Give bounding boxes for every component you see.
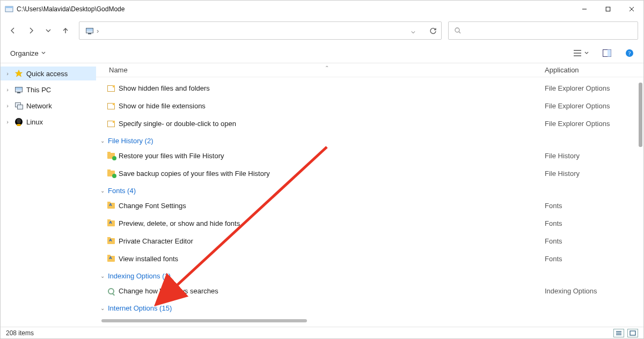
item-application: Indexing Options: [545, 287, 631, 295]
column-application-label: Application: [545, 66, 579, 74]
horizontal-scrollbar-thumb[interactable]: [101, 319, 307, 322]
network-icon: [14, 101, 23, 110]
group-header[interactable]: ⌄Internet Options (15): [97, 300, 643, 314]
sidebar-item-this-pc[interactable]: › This PC: [1, 83, 96, 97]
list-item[interactable]: Show hidden files and foldersFile Explor…: [96, 79, 643, 97]
list-item[interactable]: Restore your files with File HistoryFile…: [96, 147, 643, 165]
sidebar-item-network[interactable]: › Network: [1, 99, 96, 113]
item-icon: A: [107, 237, 115, 246]
search-box[interactable]: [448, 21, 638, 40]
item-application: Fonts: [545, 219, 631, 227]
sidebar-item-label: Network: [26, 102, 52, 110]
svg-text:?: ?: [628, 50, 631, 56]
file-list[interactable]: Show hidden files and foldersFile Explor…: [96, 77, 643, 327]
file-list-pane: Name ⌃ Application Show hidden files and…: [96, 63, 643, 327]
details-view-toggle[interactable]: [613, 329, 624, 337]
item-icon: A: [107, 255, 115, 263]
svg-line-7: [459, 32, 460, 33]
item-icon: A: [107, 202, 115, 210]
item-icon: [107, 152, 115, 160]
item-application: File Explorer Options: [545, 120, 631, 128]
chevron-right-icon[interactable]: ›: [4, 86, 11, 93]
svg-marker-15: [16, 70, 23, 77]
minimize-button[interactable]: [573, 1, 596, 17]
view-layout-menu[interactable]: [570, 47, 592, 59]
sort-indicator-icon: ⌃: [325, 65, 329, 71]
item-name: View installed fonts: [119, 255, 545, 263]
preview-pane-icon: [603, 49, 611, 57]
recent-locations-button[interactable]: [46, 28, 51, 33]
item-icon: [107, 287, 115, 296]
column-header-name[interactable]: Name ⌃: [109, 66, 545, 74]
refresh-button[interactable]: [429, 27, 437, 34]
organize-label: Organize: [10, 49, 39, 57]
group-label: Indexing Options (1): [108, 272, 171, 280]
horizontal-scrollbar[interactable]: [101, 318, 568, 323]
vertical-scrollbar-thumb[interactable]: [639, 83, 642, 147]
svg-rect-1: [5, 6, 13, 8]
list-item[interactable]: Change how Windows searchesIndexing Opti…: [96, 282, 643, 300]
address-dropdown-button[interactable]: ⌵: [411, 27, 415, 35]
svg-point-6: [455, 28, 459, 32]
chevron-right-icon[interactable]: ›: [4, 119, 11, 125]
list-item[interactable]: APrivate Character EditorFonts: [96, 232, 643, 250]
address-bar[interactable]: › ⌵: [79, 21, 442, 40]
search-input[interactable]: [465, 26, 632, 35]
chevron-right-icon[interactable]: ›: [4, 70, 11, 77]
up-button[interactable]: [62, 27, 69, 34]
file-explorer-window: C:\Users\Malavida\Desktop\GodMode › ⌵: [0, 0, 644, 339]
column-header-application[interactable]: Application: [545, 66, 631, 74]
list-item[interactable]: Save backup copies of your files with Fi…: [96, 165, 643, 182]
close-button[interactable]: [620, 1, 643, 17]
back-button[interactable]: [9, 27, 17, 34]
group-header[interactable]: ⌄Indexing Options (1): [97, 268, 643, 282]
this-pc-icon: [14, 85, 23, 94]
chevron-down-icon: ⌄: [100, 138, 105, 144]
item-application: File Explorer Options: [545, 84, 631, 92]
item-application: Fonts: [545, 202, 631, 210]
chevron-right-icon[interactable]: ›: [4, 102, 11, 109]
item-name: Show hidden files and folders: [119, 84, 545, 92]
help-button[interactable]: ?: [622, 47, 637, 60]
organize-menu[interactable]: Organize: [7, 47, 49, 60]
group-header[interactable]: ⌄File History (2): [97, 132, 643, 147]
item-icon: [107, 170, 115, 178]
item-name: Change how Windows searches: [119, 287, 545, 295]
group-label: Fonts (4): [108, 187, 136, 195]
list-item[interactable]: Specify single- or double-click to openF…: [96, 115, 643, 132]
navigation-pane: › Quick access › This PC › Network › Lin…: [1, 63, 96, 327]
linux-icon: [14, 117, 23, 126]
list-item[interactable]: Show or hide file extensionsFile Explore…: [96, 97, 643, 115]
sidebar-item-quick-access[interactable]: › Quick access: [1, 67, 96, 80]
list-item[interactable]: AView installed fontsFonts: [96, 250, 643, 268]
item-name: Change Font Settings: [119, 202, 545, 210]
thumbnails-view-toggle[interactable]: [627, 329, 638, 337]
list-item[interactable]: AChange Font SettingsFonts: [96, 197, 643, 215]
item-application: File Explorer Options: [545, 102, 631, 110]
column-header-row: Name ⌃ Application: [96, 63, 643, 77]
list-view-icon: [573, 49, 582, 57]
sidebar-item-label: Quick access: [26, 70, 68, 78]
item-icon: A: [107, 219, 115, 228]
item-name: Save backup copies of your files with Fi…: [119, 170, 545, 178]
status-bar: 208 items: [1, 327, 643, 338]
preview-pane-button[interactable]: [599, 47, 614, 59]
search-icon: [454, 27, 462, 34]
svg-rect-12: [608, 50, 611, 57]
maximize-button[interactable]: [596, 1, 620, 17]
forward-button[interactable]: [27, 27, 35, 34]
item-name: Show or hide file extensions: [119, 102, 545, 110]
list-item[interactable]: APreview, delete, or show and hide fonts…: [96, 215, 643, 232]
item-name: Preview, delete, or show and hide fonts: [119, 219, 545, 227]
vertical-scrollbar[interactable]: [637, 77, 643, 327]
svg-rect-3: [606, 7, 610, 11]
titlebar: C:\Users\Malavida\Desktop\GodMode: [1, 1, 643, 18]
chevron-down-icon: ⌄: [100, 273, 105, 279]
location-icon: [86, 28, 93, 33]
sidebar-item-linux[interactable]: › Linux: [1, 115, 96, 129]
group-header[interactable]: ⌄Fonts (4): [97, 182, 643, 197]
column-name-label: Name: [109, 66, 128, 74]
sidebar-item-label: Linux: [26, 118, 43, 126]
help-icon: ?: [625, 49, 634, 57]
app-icon: [5, 5, 13, 13]
